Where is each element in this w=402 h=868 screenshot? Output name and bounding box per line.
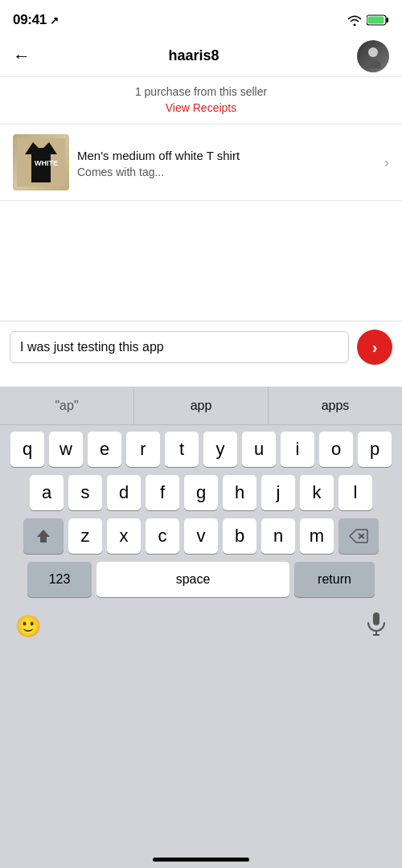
shift-icon bbox=[35, 527, 52, 545]
svg-rect-2 bbox=[368, 17, 384, 24]
numbers-key[interactable]: 123 bbox=[27, 562, 92, 597]
key-a[interactable]: a bbox=[30, 475, 64, 510]
backspace-icon bbox=[349, 529, 368, 543]
seller-info: 1 purchase from this seller View Receipt… bbox=[0, 77, 402, 125]
battery-icon bbox=[367, 14, 389, 26]
status-time: 09:41 ↗ bbox=[13, 12, 59, 28]
autocomplete-apps[interactable]: apps bbox=[269, 387, 402, 424]
key-z[interactable]: z bbox=[68, 518, 102, 554]
key-l[interactable]: l bbox=[338, 475, 372, 510]
key-w[interactable]: w bbox=[49, 432, 83, 467]
listing-thumbnail: WHITE bbox=[13, 134, 69, 190]
listing-subtitle: Comes with tag... bbox=[77, 166, 376, 178]
key-s[interactable]: s bbox=[68, 475, 102, 510]
autocomplete-bar: "ap" app apps bbox=[0, 387, 402, 425]
location-icon: ↗ bbox=[50, 14, 59, 27]
svg-text:WHITE: WHITE bbox=[35, 159, 58, 167]
key-t[interactable]: t bbox=[165, 432, 199, 467]
nav-bar: ← haaris8 bbox=[0, 35, 402, 77]
shift-key[interactable] bbox=[23, 518, 64, 554]
back-button[interactable]: ← bbox=[13, 46, 31, 67]
message-area bbox=[0, 201, 402, 410]
key-i[interactable]: i bbox=[281, 432, 314, 467]
key-g[interactable]: g bbox=[184, 475, 218, 510]
emoji-key[interactable]: 🙂 bbox=[15, 614, 41, 639]
listing-item[interactable]: WHITE Men's medium off white T shirt Com… bbox=[0, 125, 402, 201]
key-r[interactable]: r bbox=[126, 432, 160, 467]
avatar-image bbox=[357, 40, 389, 72]
svg-point-3 bbox=[368, 47, 378, 57]
keyboard-row-2: a s d f g h j k l bbox=[2, 475, 400, 510]
key-n[interactable]: n bbox=[261, 518, 295, 554]
page-title: haaris8 bbox=[168, 47, 219, 64]
keyboard-row-1: q w e r t y u i o p bbox=[2, 432, 400, 467]
backspace-key[interactable] bbox=[338, 518, 379, 554]
listing-details: Men's medium off white T shirt Comes wit… bbox=[69, 147, 384, 178]
key-k[interactable]: k bbox=[300, 475, 334, 510]
key-e[interactable]: e bbox=[88, 432, 121, 467]
status-bar: 09:41 ↗ bbox=[0, 0, 402, 35]
avatar[interactable] bbox=[357, 40, 389, 72]
key-j[interactable]: j bbox=[261, 475, 295, 510]
keyboard: q w e r t y u i o p a s d f g h j k l z … bbox=[0, 425, 402, 868]
key-h[interactable]: h bbox=[223, 475, 256, 510]
key-o[interactable]: o bbox=[319, 432, 353, 467]
key-p[interactable]: p bbox=[358, 432, 392, 467]
wifi-icon bbox=[347, 14, 362, 26]
mic-icon bbox=[366, 612, 387, 636]
svg-rect-11 bbox=[373, 612, 379, 625]
key-q[interactable]: q bbox=[10, 432, 44, 467]
mic-key[interactable] bbox=[366, 612, 387, 641]
chevron-right-icon: › bbox=[384, 154, 389, 171]
keyboard-row-3: z x c v b n m bbox=[2, 518, 400, 554]
keyboard-row-4: 123 space return bbox=[2, 562, 400, 597]
view-receipts-link[interactable]: View Receipts bbox=[13, 101, 389, 114]
key-u[interactable]: u bbox=[242, 432, 276, 467]
input-row: › bbox=[0, 321, 402, 373]
key-d[interactable]: d bbox=[107, 475, 141, 510]
autocomplete-app[interactable]: app bbox=[134, 387, 269, 424]
keyboard-bottom-row: 🙂 bbox=[2, 605, 400, 645]
tshirt-image: WHITE bbox=[17, 138, 65, 186]
listing-thumbnail-image: WHITE bbox=[13, 134, 69, 190]
home-indicator bbox=[153, 858, 249, 862]
space-key[interactable]: space bbox=[96, 562, 289, 597]
key-f[interactable]: f bbox=[146, 475, 179, 510]
key-v[interactable]: v bbox=[184, 518, 218, 554]
send-arrow-icon: › bbox=[372, 338, 378, 357]
return-key[interactable]: return bbox=[294, 562, 375, 597]
svg-point-4 bbox=[365, 59, 381, 68]
svg-rect-1 bbox=[387, 18, 389, 23]
key-y[interactable]: y bbox=[203, 432, 237, 467]
send-button[interactable]: › bbox=[357, 330, 392, 365]
message-input[interactable] bbox=[10, 331, 349, 363]
svg-marker-8 bbox=[37, 530, 50, 542]
autocomplete-quoted[interactable]: "ap" bbox=[0, 387, 134, 424]
listing-title: Men's medium off white T shirt bbox=[77, 147, 376, 164]
purchase-text: 1 purchase from this seller bbox=[13, 85, 389, 98]
key-b[interactable]: b bbox=[223, 518, 256, 554]
status-icons bbox=[347, 14, 389, 26]
key-x[interactable]: x bbox=[107, 518, 141, 554]
key-m[interactable]: m bbox=[300, 518, 334, 554]
key-c[interactable]: c bbox=[146, 518, 179, 554]
